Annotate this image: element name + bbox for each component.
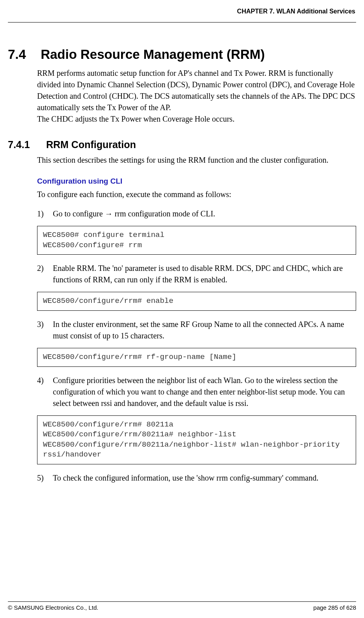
code-block: WEC8500/configure/rrm# 80211a WEC8500/co… xyxy=(37,415,356,465)
step-row: 2) Enable RRM. The 'no' parameter is use… xyxy=(37,263,356,286)
section-number: 7.4 xyxy=(8,47,37,62)
subsection-heading: 7.4.1 RRM Configuration xyxy=(8,139,356,150)
step-text-pre: Go to configure xyxy=(53,209,105,218)
subsection-title: RRM Configuration xyxy=(46,139,136,150)
step-text: Configure priorities between the neighbo… xyxy=(53,375,356,409)
step-row: 1) Go to configure → rrm configuration m… xyxy=(37,208,356,220)
cli-heading: Configuration using CLI xyxy=(37,177,356,186)
right-arrow-icon: → xyxy=(105,209,113,218)
subsection-desc: This section describes the settings for … xyxy=(37,154,356,166)
step-number: 1) xyxy=(37,208,53,220)
subsection-number: 7.4.1 xyxy=(8,139,43,150)
step-row: 4) Configure priorities between the neig… xyxy=(37,375,356,409)
step-number: 3) xyxy=(37,319,53,342)
code-block: WEC8500/configure/rrm# rf-group-name [Na… xyxy=(37,348,356,367)
code-block: WEC8500/configure/rrm# enable xyxy=(37,292,356,311)
step-text: To check the configured information, use… xyxy=(53,472,356,484)
page-content: 7.4 Radio Resource Management (RRM) RRM … xyxy=(8,23,356,484)
intro-text-2: The CHDC adjusts the Tx Power when Cover… xyxy=(37,115,235,123)
step-text: In the cluster environment, set the same… xyxy=(53,319,356,342)
step-number: 4) xyxy=(37,375,53,409)
step-number: 2) xyxy=(37,263,53,286)
step-number: 5) xyxy=(37,472,53,484)
footer-copyright: © SAMSUNG Electronics Co., Ltd. xyxy=(8,604,98,611)
chapter-header: CHAPTER 7. WLAN Additional Services xyxy=(8,8,356,17)
step-row: 5) To check the configured information, … xyxy=(37,472,356,484)
cli-intro: To configure each function, execute the … xyxy=(37,189,356,200)
step-text: Enable RRM. The 'no' parameter is used t… xyxy=(53,263,356,286)
code-block: WEC8500# configure terminal WEC8500/conf… xyxy=(37,226,356,255)
section-heading: 7.4 Radio Resource Management (RRM) xyxy=(8,47,356,62)
section-title: Radio Resource Management (RRM) xyxy=(41,47,265,62)
step-text: Go to configure → rrm configuration mode… xyxy=(53,208,356,220)
step-text-post: rrm configuration mode of CLI. xyxy=(113,209,215,218)
step-row: 3) In the cluster environment, set the s… xyxy=(37,319,356,342)
page-footer: © SAMSUNG Electronics Co., Ltd. page 285… xyxy=(8,601,356,611)
section-intro: RRM performs automatic setup function fo… xyxy=(37,68,356,125)
document-page: CHAPTER 7. WLAN Additional Services 7.4 … xyxy=(0,0,364,618)
footer-page-number: page 285 of 628 xyxy=(314,604,356,611)
intro-text-1: RRM performs automatic setup function fo… xyxy=(37,69,355,112)
